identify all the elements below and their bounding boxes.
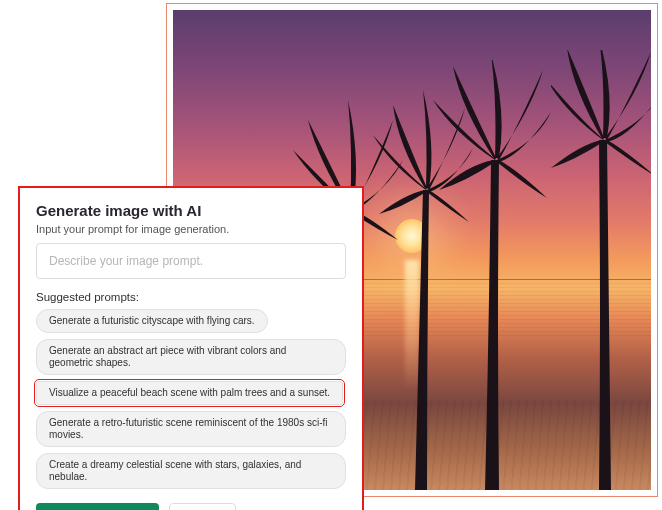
- suggested-prompt[interactable]: Generate a futuristic cityscape with fly…: [36, 309, 268, 333]
- suggested-prompts-label: Suggested prompts:: [36, 291, 346, 303]
- suggested-prompts-list: Generate a futuristic cityscape with fly…: [36, 309, 346, 489]
- palm-tree-icon: [431, 60, 551, 490]
- suggested-prompt[interactable]: Generate an abstract art piece with vibr…: [36, 339, 346, 375]
- dialog-subtitle: Input your prompt for image generation.: [36, 223, 346, 235]
- suggested-prompt[interactable]: Create a dreamy celestial scene with sta…: [36, 453, 346, 489]
- dialog-title: Generate image with AI: [36, 202, 346, 219]
- palm-tree-icon: [551, 50, 651, 490]
- suggested-prompt[interactable]: Visualize a peaceful beach scene with pa…: [36, 381, 343, 405]
- generate-image-dialog: Generate image with AI Input your prompt…: [18, 186, 364, 510]
- dialog-actions: Generate Images Cancel: [36, 503, 346, 510]
- prompt-input[interactable]: [36, 243, 346, 279]
- suggested-prompt[interactable]: Generate a retro-futuristic scene remini…: [36, 411, 346, 447]
- generate-button[interactable]: Generate Images: [36, 503, 159, 510]
- cancel-button[interactable]: Cancel: [169, 503, 236, 510]
